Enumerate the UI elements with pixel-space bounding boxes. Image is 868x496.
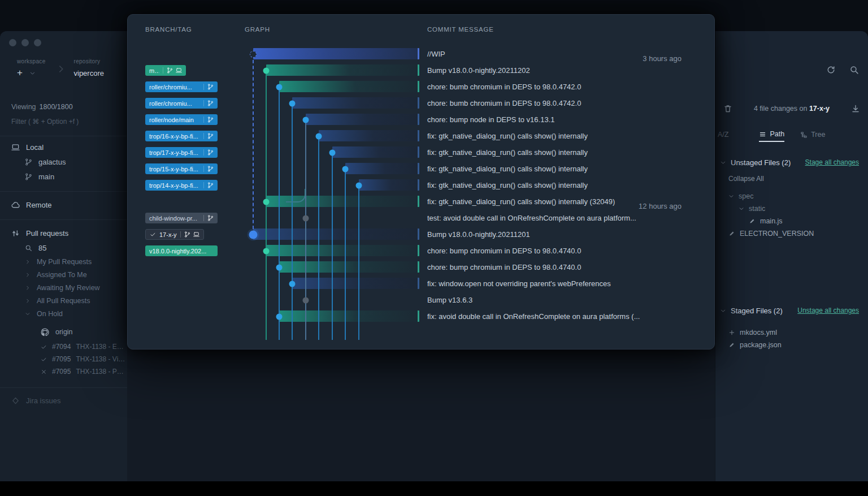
commit-row[interactable]: trop/15-x-y-bp-fi...fix: gtk_native_dial… [128, 161, 714, 177]
commit-row[interactable]: trop/14-x-y-bp-fi...fix: gtk_native_dial… [128, 177, 714, 193]
commit-bar [253, 228, 419, 240]
commit-node[interactable] [303, 215, 309, 221]
commit-row[interactable]: trop/16-x-y-bp-fi...fix: gtk_native_dial… [128, 128, 714, 144]
commit-row[interactable]: //WIP3 hours ago [128, 46, 714, 62]
pr-search-input[interactable]: 85 [0, 240, 127, 255]
download-icon[interactable] [851, 104, 860, 113]
commit-node[interactable] [276, 313, 283, 320]
commit-row[interactable]: child-window-pr...test: avoid double cal… [128, 210, 714, 226]
pr-group-assigned-to-me[interactable]: Assigned To Me [0, 268, 127, 281]
file-row-mkdocs-yml[interactable]: mkdocs.yml [715, 326, 868, 339]
pull-request-icon [11, 229, 20, 238]
unstaged-files-header[interactable]: Unstaged Files (2) Stage all changes [715, 156, 868, 169]
pr-group-my-pull-requests[interactable]: My Pull Requests [0, 255, 127, 268]
branch-tag-roller-node-main[interactable]: roller/node/main [145, 114, 218, 125]
branch-tag-trop-15-x-y-bp-fi[interactable]: trop/15-x-y-bp-fi... [145, 163, 218, 174]
modified-file-icon [749, 218, 756, 225]
pr-item-7094-thx-1138-engine[interactable]: #7094THX-1138 - Engine... [0, 340, 127, 353]
branch-tag-label: roller/node/main [149, 117, 200, 123]
commit-node[interactable] [289, 100, 296, 106]
maximize-button[interactable] [34, 39, 41, 46]
branch-tag-child-window-pr[interactable]: child-window-pr... [145, 213, 218, 223]
file-row-main-js[interactable]: main.js [715, 215, 868, 227]
add-workspace-button[interactable]: + [17, 69, 23, 77]
commit-row[interactable]: chore: bump chromium in DEPS to 98.0.474… [128, 259, 714, 275]
commit-node[interactable] [303, 117, 309, 123]
file-row-static[interactable]: static [715, 202, 868, 215]
pr-group-all-pull-requests[interactable]: All Pull Requests [0, 294, 127, 307]
sidebar-branch-main[interactable]: main [0, 169, 127, 184]
commit-message: fix: gtk_native_dialog_run() calls show(… [427, 128, 588, 144]
tab-path[interactable]: Path [759, 130, 784, 142]
file-row-spec[interactable]: spec [715, 190, 868, 202]
commit-row[interactable]: trop/17-x-y-bp-fi...fix: gtk_native_dial… [128, 144, 714, 161]
commit-row[interactable]: Bump v13.6.3 [128, 292, 714, 308]
commit-node[interactable] [249, 230, 258, 239]
tab-sort-az[interactable]: A/Z [718, 131, 728, 139]
commit-row[interactable]: v18.0.0-nightly.202...chore: bump chromi… [128, 243, 714, 259]
commit-row[interactable]: roller/chromiu...chore: bumb chromium in… [128, 79, 714, 95]
pr-group-on-hold[interactable]: On Hold [0, 307, 127, 320]
commit-node[interactable] [263, 67, 270, 74]
branch-tag-v18-0-0-nightly-202[interactable]: v18.0.0-nightly.202... [145, 245, 218, 256]
commit-node[interactable] [316, 133, 322, 139]
commit-node[interactable] [263, 248, 270, 254]
branch-tag-icons [203, 182, 214, 188]
branch-name: main [38, 172, 54, 181]
commit-row[interactable]: fix: gtk_native_dialog_run() calls show(… [128, 193, 714, 210]
staged-files-header[interactable]: Staged Files (2) Unstage all changes [715, 304, 868, 317]
commit-row[interactable]: fix: avoid double call in OnRefreshCompl… [128, 308, 714, 325]
branch-tag-roller-chromiu[interactable]: roller/chromiu... [145, 98, 218, 109]
collapse-all-link[interactable]: Collapse All [715, 175, 868, 183]
chevron-down-icon[interactable] [29, 70, 36, 76]
pr-group-awaiting-my-review[interactable]: Awaiting My Review [0, 281, 127, 294]
view-tabs: A/Z Path Tree [715, 127, 868, 142]
pr-item-title: THX-1138 - ViperCore [76, 355, 127, 363]
filter-hint[interactable]: Filter ( ⌘ + Option +f ) [0, 118, 127, 126]
close-button[interactable] [9, 39, 16, 46]
tab-tree[interactable]: Tree [800, 131, 825, 139]
commit-row[interactable]: mainBump v18.0.0-nightly.20211202 [128, 62, 714, 79]
branch-tag-trop-16-x-y-bp-fi[interactable]: trop/16-x-y-bp-fi... [145, 131, 218, 141]
commit-row[interactable]: roller/chromiu...chore: bumb chromium in… [128, 95, 714, 111]
pr-item-7095-thx-1138-vipercore[interactable]: #7095THX-1138 - ViperCore [0, 353, 127, 365]
sidebar-branch-galactus[interactable]: galactus [0, 154, 127, 169]
pull-requests-header[interactable]: Pull requests [0, 226, 127, 240]
file-row-electron-version[interactable]: ELECTRON_VERSION [715, 227, 868, 240]
laptop-icon [176, 67, 182, 74]
jira-issues-item[interactable]: Jira issues [0, 393, 127, 408]
commit-node[interactable] [342, 166, 349, 172]
pr-remote-origin[interactable]: origin [0, 324, 127, 340]
local-section-header[interactable]: Local [0, 140, 127, 154]
commit-node[interactable] [289, 281, 296, 287]
minimize-button[interactable] [21, 39, 29, 46]
commit-row[interactable]: 17-x-yBump v18.0.0-nightly.20211201 [128, 226, 714, 243]
unstage-all-link[interactable]: Unstage all changes [797, 307, 859, 314]
pr-item-7095-thx-1138-pulsechar[interactable]: #7095THX-1138 - Pulsechar... [0, 365, 127, 378]
sync-icon[interactable] [826, 65, 836, 75]
stage-all-link[interactable]: Stage all changes [805, 158, 859, 166]
branch-tag-trop-14-x-y-bp-fi[interactable]: trop/14-x-y-bp-fi... [145, 180, 218, 191]
commit-node[interactable] [303, 297, 309, 303]
branch-icon [207, 215, 214, 221]
commit-node[interactable] [263, 199, 270, 205]
branch-tag-main[interactable]: main [145, 65, 186, 76]
remote-section-header[interactable]: Remote [0, 197, 127, 212]
repository-name[interactable]: vipercore [74, 69, 104, 77]
branch-tag-trop-17-x-y-bp-fi[interactable]: trop/17-x-y-bp-fi... [145, 147, 218, 158]
commit-message: Bump v18.0.0-nightly.20211202 [427, 62, 530, 79]
jira-icon [11, 396, 20, 405]
search-icon[interactable] [849, 65, 859, 75]
breadcrumb-separator-icon [56, 61, 66, 77]
commit-row[interactable]: fix: window.open not overriding parent's… [128, 275, 714, 292]
commit-node[interactable] [356, 182, 362, 188]
branch-tag-17-x-y[interactable]: 17-x-y [145, 229, 204, 240]
commit-node[interactable] [276, 84, 283, 90]
trash-icon[interactable] [723, 104, 732, 113]
commit-node[interactable] [250, 51, 257, 58]
file-row-package-json[interactable]: package.json [715, 339, 868, 351]
commit-node[interactable] [276, 264, 283, 270]
commit-node[interactable] [329, 149, 336, 156]
branch-tag-roller-chromiu[interactable]: roller/chromiu... [145, 81, 218, 92]
commit-row[interactable]: roller/node/mainchore: bump node in DEPS… [128, 111, 714, 128]
